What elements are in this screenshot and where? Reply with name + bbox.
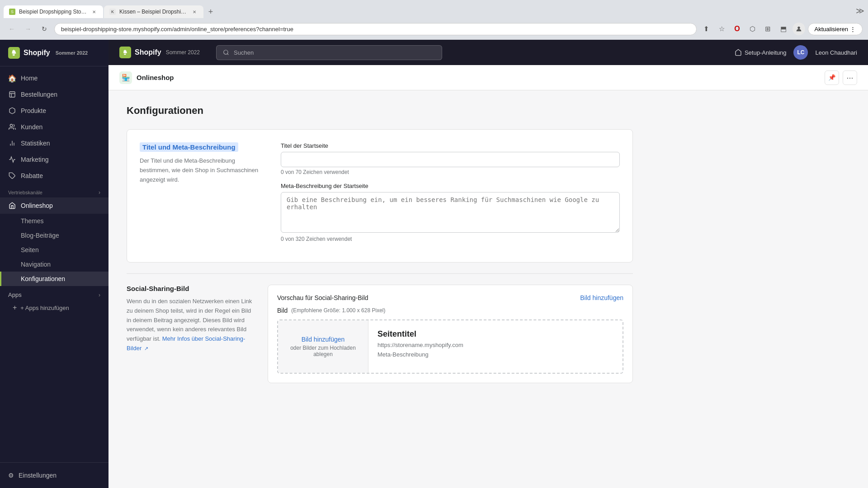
sidebar-item-products[interactable]: Produkte (0, 103, 108, 119)
bild-label-text: Bild (277, 307, 288, 314)
browser-tabs: S Beispiel Dropshipping Store ·... ✕ K K… (0, 0, 868, 18)
sidebar-item-home-label: Home (21, 75, 38, 82)
new-tab-button[interactable]: + (204, 5, 217, 18)
add-apps-icon: + (13, 304, 17, 312)
sidebar-footer: ⚙ Einstellungen (0, 462, 108, 488)
user-avatar[interactable]: LC (793, 45, 808, 60)
shopify-logo[interactable]: shopify Sommer 2022 (8, 47, 88, 59)
header-actions: Setup-Anleitung LC Leon Chaudhari (735, 45, 857, 60)
social-preview-card: Vorschau für Social-Sharing-Bild Bild hi… (268, 285, 633, 383)
ext2-button[interactable]: ⊞ (762, 23, 774, 35)
bild-hint-text: (Empfohlene Größe: 1.000 x 628 Pixel) (291, 307, 385, 314)
browser-tab-2[interactable]: K Kissen – Beispiel Dropshippin... ✕ (104, 5, 203, 18)
more-actions-button[interactable]: ··· (843, 70, 857, 85)
header-search-box[interactable]: Suchen (216, 45, 442, 60)
address-bar[interactable]: beispiel-dropshipping-store.myshopify.co… (54, 23, 697, 35)
sidebar: shopify Sommer 2022 🏠 Home Bestellungen (0, 40, 108, 488)
sidebar-item-statistics[interactable]: Statistiken (0, 135, 108, 151)
bild-row: Bild (Empfohlene Größe: 1.000 x 628 Pixe… (277, 307, 623, 314)
sidebar-item-settings[interactable]: ⚙ Einstellungen (8, 468, 100, 483)
social-section-heading: Social-Sharing-Bild (127, 285, 253, 292)
tab-overflow-button[interactable]: ≫ (856, 6, 864, 16)
page-title: Konfigurationen (127, 105, 633, 117)
header-season-text: Sommer 2022 (166, 49, 200, 56)
sidebar-item-home[interactable]: 🏠 Home (0, 70, 108, 86)
sidebar-item-discounts-label: Rabatte (21, 172, 43, 179)
header-logo-area: shopify Sommer 2022 (119, 47, 200, 58)
top-bar-actions: 📌 ··· (825, 70, 857, 85)
sales-channels-expand-icon[interactable]: › (99, 189, 100, 196)
products-icon (8, 107, 16, 115)
add-image-link-top[interactable]: Bild hinzufügen (580, 294, 623, 301)
meta-section-right: Titel der Startseite 0 von 70 Zeichen ve… (281, 142, 620, 249)
apps-section-header: Apps › (0, 286, 108, 300)
drop-add-link[interactable]: Bild hinzufügen (302, 336, 345, 343)
sidebar-sub-pages-label: Seiten (21, 246, 39, 253)
tab1-favicon: S (9, 9, 15, 15)
ext1-button[interactable]: ⬡ (746, 23, 759, 35)
social-section-layout: Social-Sharing-Bild Wenn du in den sozia… (127, 285, 633, 383)
add-image-top-label: Bild hinzufügen (580, 294, 623, 301)
image-drop-zone[interactable]: Bild hinzufügen oder Bilder zum Hochlade… (278, 320, 368, 373)
social-preview-heading: Vorschau für Social-Sharing-Bild (277, 294, 368, 301)
orders-icon (8, 90, 16, 99)
pin-icon: 📌 (828, 74, 836, 81)
apps-expand-icon[interactable]: › (99, 292, 100, 298)
settings-label: Einstellungen (19, 472, 57, 479)
discounts-icon (8, 172, 16, 180)
browser-chrome: S Beispiel Dropshipping Store ·... ✕ K K… (0, 0, 868, 40)
sidebar-item-marketing[interactable]: Marketing (0, 151, 108, 168)
sidebar-sub-item-config[interactable]: Konfigurationen (0, 272, 108, 286)
online-store-icon (8, 202, 16, 210)
search-placeholder-text: Suchen (234, 49, 254, 56)
forward-button[interactable]: → (22, 23, 34, 35)
sidebar-sub-themes-label: Themes (21, 217, 44, 225)
svg-point-9 (224, 50, 228, 54)
update-label: Aktualisieren (815, 26, 848, 33)
sidebar-item-discounts[interactable]: Rabatte (0, 168, 108, 184)
social-section: Social-Sharing-Bild Wenn du in den sozia… (127, 285, 633, 383)
browser-profile-button[interactable] (793, 23, 805, 35)
meta-section-layout: Titel und Meta-Beschreibung Der Titel un… (140, 142, 620, 249)
header-shopify-text: shopify (135, 48, 161, 56)
marketing-icon (8, 155, 16, 164)
shopify-text: shopify (24, 49, 50, 57)
shopify-header-icon (119, 47, 131, 58)
meta-field-textarea[interactable] (281, 192, 620, 233)
sidebar-sub-item-themes[interactable]: Themes (0, 214, 108, 228)
update-button[interactable]: Aktualisieren ⋮ (808, 23, 863, 35)
sidebar-item-orders[interactable]: Bestellungen (0, 86, 108, 103)
social-section-description: Wenn du in den sozialen Netzwerken einen… (127, 297, 253, 353)
customers-icon (8, 123, 16, 131)
setup-guide-button[interactable]: Setup-Anleitung (735, 49, 787, 56)
sidebar-item-marketing-label: Marketing (21, 156, 48, 163)
pin-button[interactable]: 📌 (825, 70, 839, 85)
browser-tab-1[interactable]: S Beispiel Dropshipping Store ·... ✕ (4, 5, 103, 18)
sidebar-item-customers[interactable]: Kunden (0, 119, 108, 135)
meta-section-description: Der Titel und die Meta-Beschreibung best… (140, 156, 266, 184)
sidebar-sub-item-blog[interactable]: Blog-Beiträge (0, 228, 108, 243)
back-button[interactable]: ← (5, 23, 18, 35)
sidebar-toggle-button[interactable]: ⬒ (777, 23, 790, 35)
refresh-button[interactable]: ↻ (38, 23, 51, 35)
header-search-container: Suchen (216, 45, 442, 60)
browser-toolbar: ← → ↻ beispiel-dropshipping-store.myshop… (0, 18, 868, 40)
tab2-close[interactable]: ✕ (191, 8, 198, 15)
sidebar-sub-item-navigation[interactable]: Navigation (0, 257, 108, 272)
apps-label-text: Apps (8, 291, 22, 298)
more-icon: ··· (846, 74, 853, 82)
social-preview-image-box: Bild hinzufügen oder Bilder zum Hochlade… (277, 319, 623, 374)
sidebar-sub-item-pages[interactable]: Seiten (0, 243, 108, 257)
sidebar-item-online-store[interactable]: Onlineshop (0, 197, 108, 214)
sidebar-item-orders-label: Bestellungen (21, 91, 57, 98)
bookmark-button[interactable]: ☆ (716, 23, 728, 35)
title-field-input[interactable] (281, 152, 620, 167)
tab1-close[interactable]: ✕ (90, 8, 98, 15)
sidebar-sub-blog-label: Blog-Beiträge (21, 232, 59, 239)
season-badge: Sommer 2022 (56, 50, 88, 56)
sidebar-item-statistics-label: Statistiken (21, 140, 50, 147)
sidebar-sub-config-label: Konfigurationen (21, 275, 65, 282)
opera-button[interactable]: O (731, 23, 744, 35)
add-apps-item[interactable]: + + Apps hinzufügen (0, 300, 108, 315)
share-button[interactable]: ⬆ (700, 23, 713, 35)
